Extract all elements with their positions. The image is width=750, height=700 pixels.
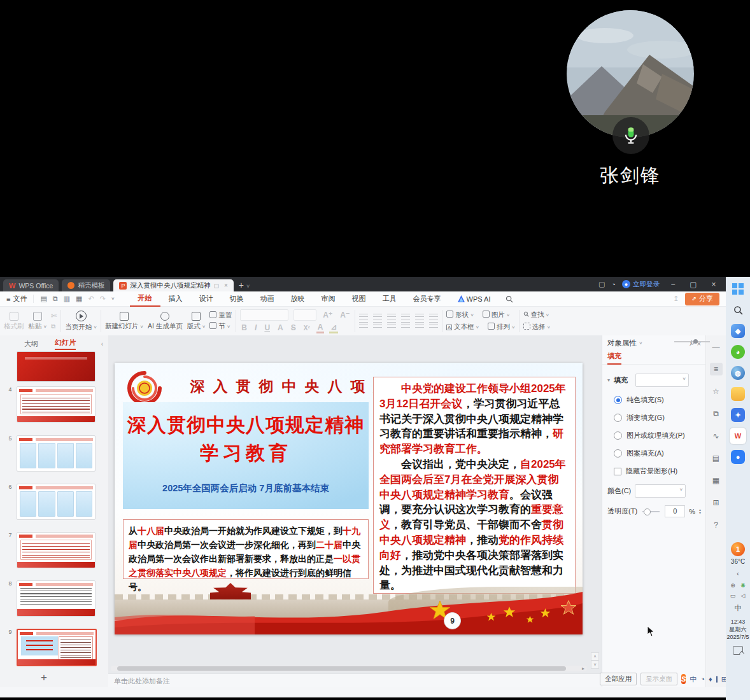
bullets-icon[interactable] [359,314,368,320]
play-from-current-button[interactable]: 当页开始 ˅ [65,311,97,332]
panel-title-chevron[interactable]: ˅ [639,340,642,346]
merge-shapes-icon[interactable]: ⧉ [710,407,723,420]
sogou-icon[interactable]: S [681,674,686,684]
tab-slideshow[interactable]: 放映 [283,292,313,306]
taskbar-file-explorer[interactable] [730,386,746,402]
tab-wps-ai[interactable]: WPS AI [449,292,499,306]
tab-slides[interactable]: 幻灯片 [55,338,76,350]
keyboard-icon[interactable] [716,676,718,683]
tab-insert[interactable]: 插入 [160,292,191,306]
tab-tools[interactable]: 工具 [374,292,405,306]
tab-wps-office[interactable]: W WPS Office [3,279,59,291]
tab-restore-icon[interactable]: ▢ [213,283,219,289]
numbering-icon[interactable] [373,314,382,320]
object-properties-icon[interactable]: ≡ [710,363,723,375]
zoom-slider-handle[interactable] [693,339,698,344]
section-expand-icon[interactable]: ▾ [607,377,610,383]
slide-thumbnail-8[interactable] [17,580,96,617]
find-button[interactable]: 查找 ˅ [523,311,551,319]
login-button[interactable]: ● 立即登录 [622,280,660,289]
ai-generate-button[interactable]: AI 生成单页 [148,312,183,331]
weather-icon[interactable]: 1 [730,541,746,557]
tab-animation[interactable]: 动画 [252,292,283,306]
material-library-icon[interactable]: ▦ [710,474,723,487]
new-slide-button[interactable]: 新建幻灯片 ˅ [105,312,143,331]
effects-star-icon[interactable]: ☆ [710,385,723,398]
bold-icon[interactable]: B [240,323,248,332]
copy-icon[interactable]: ⧉ [51,323,57,330]
slide-thumbnail-9-selected[interactable] [17,629,97,666]
fill-option-1[interactable]: 渐变填充(G) [602,413,706,423]
layout-button[interactable]: 版式 ˅ [187,312,206,331]
char-spacing-icon[interactable]: A [276,323,285,332]
format-painter-button[interactable]: 格式刷 [4,312,24,331]
color-dropdown[interactable] [635,484,686,498]
columns-icon[interactable] [415,322,424,328]
slide-thumbnail-5[interactable] [17,435,96,472]
font-size-select[interactable] [294,309,316,321]
taskbar-search-button[interactable] [730,302,746,318]
search-icon[interactable] [506,295,513,303]
tab-presentation[interactable]: P 深入贯彻中央八项规定精神 ▢ × [113,279,233,291]
fill-option-0[interactable]: 纯色填充(S) [602,395,706,405]
arrange-button[interactable]: 排列 ˅ [488,323,515,332]
taskbar-wps-active[interactable]: W [730,428,746,444]
redo-icon[interactable]: ↷ [100,295,106,303]
taskbar-meeting-app[interactable]: ● [730,449,746,465]
hidden-icons-chevron[interactable]: ‹ [737,570,739,577]
output-icon[interactable]: ⧉ [53,295,58,303]
taskbar-docs-app[interactable]: ✦ [730,407,746,423]
tab-design[interactable]: 设计 [191,292,222,306]
tab-review[interactable]: 审阅 [313,292,344,306]
transparency-value[interactable]: 0 [665,505,685,517]
tray-manager-icon[interactable]: ❋ [739,581,747,589]
tab-outline[interactable]: 大纲 [24,339,38,349]
justify-icon[interactable] [401,322,410,328]
align-right-icon[interactable] [387,322,396,328]
share-button[interactable]: ⇗ 分享 [685,293,719,305]
hscroll-thumb[interactable] [117,666,566,671]
strike-icon[interactable]: S [290,323,297,332]
close-button[interactable]: × [707,280,721,289]
font-color-icon[interactable]: A [316,323,325,333]
italic-icon[interactable]: I [253,323,258,332]
taskbar-browser[interactable]: ◍ [730,365,746,381]
restore-button[interactable]: ▢ [686,280,700,289]
help-icon[interactable]: ? [710,519,723,531]
hscroll-right-arrow[interactable]: ▸ [582,666,584,671]
fill-option-3[interactable]: 图案填充(A) [602,449,706,458]
voice-input-icon[interactable]: ♦ [709,675,712,683]
align-center-icon[interactable] [373,322,382,328]
tab-close-icon[interactable]: × [224,282,228,289]
temperature[interactable]: 36°C [731,558,745,565]
slide-thumbnail-4[interactable] [17,386,96,423]
undo-icon[interactable]: ↶ [88,295,94,303]
paste-button[interactable]: 粘贴 ˅ [29,312,47,331]
more-commands-chevron[interactable]: ˅ [111,296,115,302]
tab-docer-templates[interactable]: 稻壳模板 [62,279,110,291]
taskbar-app-blue[interactable]: ◆ [730,323,746,339]
transparency-slider[interactable] [642,511,660,512]
text-direction-icon[interactable] [429,314,438,320]
file-menu[interactable]: ≡ 文件 [0,294,33,304]
align-left-icon[interactable] [359,322,368,328]
spinner-arrows[interactable]: ▴▾ [699,508,701,515]
font-name-select[interactable] [240,309,288,321]
previous-slide-button[interactable]: ˄ [591,652,599,661]
print-preview-icon[interactable]: ▦ [76,295,82,303]
layout-grid-icon[interactable]: ⊞ [710,496,723,509]
line-spacing-icon[interactable] [415,314,424,320]
notes-placeholder[interactable]: 单击此处添加备注 [108,673,602,687]
slide-thumbnail-7[interactable] [17,532,96,568]
tab-member[interactable]: 会员专享 [405,292,449,306]
tab-view[interactable]: 视图 [344,292,374,306]
tray-security-icon[interactable]: ⊕ [729,581,737,589]
highlight-icon[interactable]: ⊿ [329,323,338,333]
minimize-button[interactable]: − [666,280,680,289]
select-button[interactable]: 选择 ˅ [523,323,551,332]
notification-center-icon[interactable] [733,646,743,655]
slide-thumbnail-6[interactable] [17,484,96,520]
collapse-panel-icon[interactable]: ‹ [101,340,103,347]
start-button[interactable] [730,281,746,297]
cut-icon[interactable]: ✄ [51,312,57,320]
